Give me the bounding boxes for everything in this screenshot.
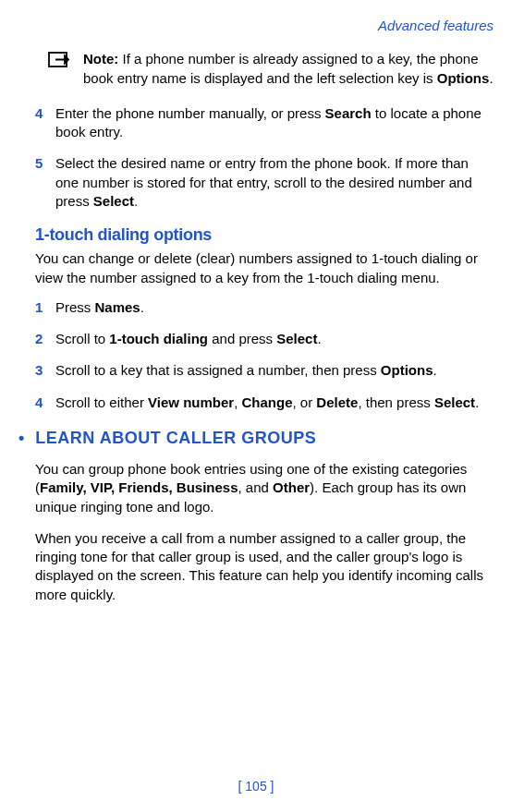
step-text: Press Names. xyxy=(55,298,494,317)
section-heading-caller-groups: • LEARN ABOUT CALLER GROUPS xyxy=(18,427,494,449)
note-bold-end: Options xyxy=(437,70,490,86)
step-b-2: 2Scroll to 1-touch dialing and press Sel… xyxy=(35,330,494,348)
step-number: 3 xyxy=(35,361,46,380)
note-box: Note: If a phone number is already assig… xyxy=(35,50,494,88)
step-number: 1 xyxy=(35,298,46,317)
step-number: 5 xyxy=(35,154,46,211)
step-text: Scroll to 1-touch dialing and press Sele… xyxy=(55,330,494,348)
section-heading-text: LEARN ABOUT CALLER GROUPS xyxy=(35,429,316,447)
paragraph-2: When you receive a call from a number as… xyxy=(35,529,494,604)
step-b-1: 1Press Names. xyxy=(35,298,494,317)
paragraph-1: You can group phone book entries using o… xyxy=(35,460,494,516)
note-period: . xyxy=(489,70,493,86)
header-title: Advanced features xyxy=(378,18,494,33)
step-text: Scroll to a key that is assigned a numbe… xyxy=(55,361,494,380)
note-body: If a phone number is already assigned to… xyxy=(83,51,478,85)
page-header: Advanced features xyxy=(35,17,494,35)
step-a-5: 5Select the desired name or entry from t… xyxy=(35,154,494,211)
step-a-4: 4Enter the phone number manually, or pre… xyxy=(35,104,494,142)
note-label: Note: xyxy=(83,51,118,67)
step-text: Scroll to either View number, Change, or… xyxy=(55,394,494,412)
step-text: Enter the phone number manually, or pres… xyxy=(55,104,494,142)
note-icon xyxy=(48,52,74,72)
step-text: Select the desired name or entry from th… xyxy=(55,154,494,211)
bullet-icon: • xyxy=(18,429,25,447)
step-number: 4 xyxy=(35,104,46,142)
step-b-3: 3Scroll to a key that is assigned a numb… xyxy=(35,361,494,380)
step-number: 4 xyxy=(35,394,46,412)
page-number: [ 105 ] xyxy=(0,778,512,795)
step-b-4: 4Scroll to either View number, Change, o… xyxy=(35,394,494,412)
step-number: 2 xyxy=(35,330,46,348)
subheading-1touch-options: 1-touch dialing options xyxy=(35,224,494,246)
note-text: Note: If a phone number is already assig… xyxy=(83,50,494,88)
intro-paragraph: You can change or delete (clear) numbers… xyxy=(35,249,494,287)
